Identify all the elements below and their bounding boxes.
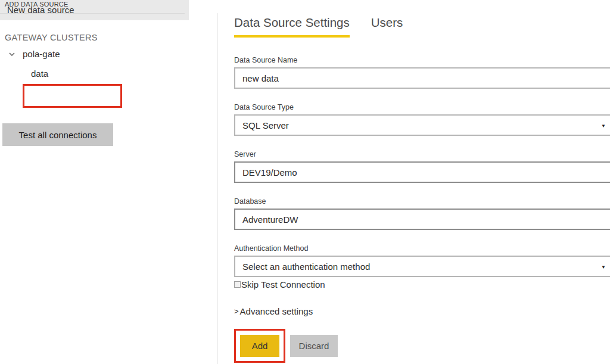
- authentication-method-label: Authentication Method: [234, 244, 610, 253]
- dropdown-arrow-icon: ▼: [601, 265, 606, 270]
- field-data-source-type: Data Source Type SQL Server ▼: [234, 103, 610, 136]
- annotation-red-box-add: Add: [234, 329, 285, 363]
- data-source-type-value: SQL Server: [242, 120, 289, 130]
- sidebar-item-pola-gate[interactable]: pola-gate: [0, 49, 213, 62]
- data-source-name-label: Data Source Name: [234, 56, 610, 64]
- discard-button[interactable]: Discard: [290, 335, 338, 357]
- advanced-settings-label: Advanced settings: [240, 306, 313, 316]
- form-buttons-row: Add Discard: [234, 329, 610, 363]
- skip-test-connection-label: Skip Test Connection: [241, 279, 325, 290]
- selected-item-label: New data source: [7, 5, 74, 15]
- skip-test-connection-checkbox[interactable]: [234, 281, 241, 288]
- advanced-settings-link[interactable]: > Advanced settings: [234, 306, 610, 316]
- field-database: Database: [234, 197, 610, 230]
- cluster-name-label: pola-gate: [23, 49, 60, 59]
- data-source-type-label: Data Source Type: [234, 103, 610, 111]
- annotation-red-box-sidebar: [23, 84, 122, 108]
- chevron-right-icon: >: [234, 307, 239, 316]
- tab-data-source-settings[interactable]: Data Source Settings: [234, 15, 350, 38]
- add-button[interactable]: Add: [240, 335, 279, 357]
- database-input[interactable]: [234, 209, 610, 230]
- skip-test-connection-row: Skip Test Connection: [234, 278, 610, 290]
- gateway-clusters-title: GATEWAY CLUSTERS: [5, 33, 98, 42]
- field-server: Server: [234, 150, 610, 183]
- server-label: Server: [234, 150, 610, 158]
- tab-users[interactable]: Users: [371, 15, 403, 38]
- test-all-connections-button[interactable]: Test all connections: [2, 123, 113, 146]
- chevron-down-icon[interactable]: [8, 51, 15, 58]
- data-source-form: Data Source Name Data Source Type SQL Se…: [234, 56, 610, 363]
- data-source-type-select[interactable]: SQL Server ▼: [234, 114, 610, 136]
- authentication-method-select[interactable]: Select an authentication method ▼: [234, 256, 610, 277]
- sidebar-item-data[interactable]: data: [31, 69, 48, 79]
- server-input[interactable]: [234, 161, 610, 183]
- main-panel: Data Source Settings Users Data Source N…: [217, 0, 610, 364]
- field-authentication-method: Authentication Method Select an authenti…: [234, 244, 610, 277]
- sidebar: ADD DATA SOURCE GATEWAY CLUSTERS pola-ga…: [0, 0, 217, 364]
- data-source-name-input[interactable]: [234, 67, 610, 89]
- dropdown-arrow-icon: ▼: [601, 123, 606, 129]
- authentication-method-value: Select an authentication method: [242, 262, 370, 272]
- database-label: Database: [234, 197, 610, 206]
- tab-bar: Data Source Settings Users: [234, 15, 610, 38]
- field-data-source-name: Data Source Name: [234, 56, 610, 89]
